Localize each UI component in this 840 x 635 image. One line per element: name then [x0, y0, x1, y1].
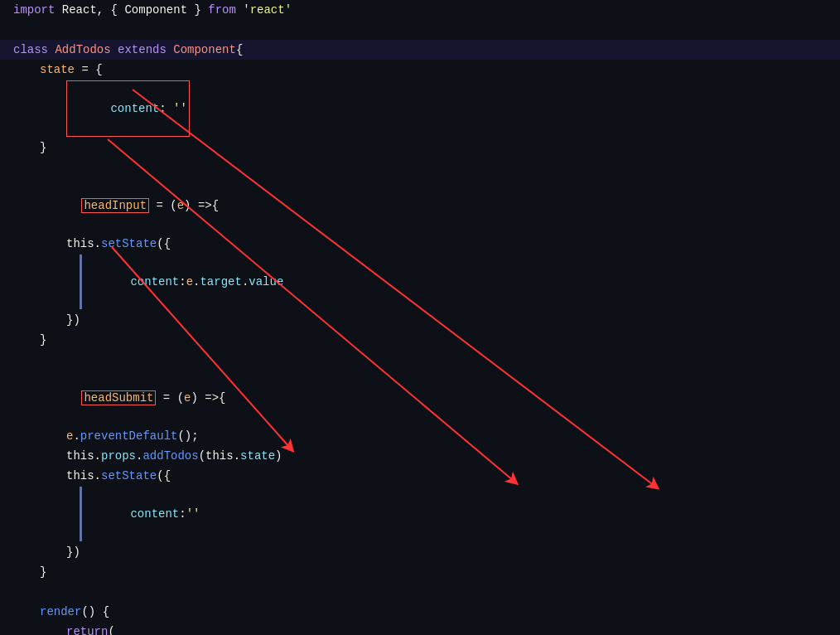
code-editor: import React, { Component } from 'react'… [0, 0, 840, 635]
line-2 [0, 20, 840, 40]
line-3: class AddTodos extends Component{ [0, 40, 840, 60]
content-highlight-box: content: '' [66, 80, 190, 137]
line-12: } [0, 330, 840, 350]
kw-class: class [13, 41, 55, 59]
component-name: Component [173, 41, 236, 59]
line-15: e.preventDefault(); [0, 426, 840, 446]
line-9: this.setState({ [0, 234, 840, 254]
line-7 [0, 158, 840, 177]
kw-import: import [13, 1, 62, 19]
line-6: } [0, 138, 840, 158]
line-19: }) [0, 542, 840, 562]
kw-state: state [40, 61, 81, 79]
kw-extends: extends [118, 41, 173, 59]
headInput-highlight-box: headInput [81, 198, 149, 213]
line-20: } [0, 562, 840, 582]
line-14: headSubmit = (e) =>{ [0, 370, 840, 426]
line-17: this.setState({ [0, 466, 840, 486]
line-13 [0, 350, 840, 370]
code-text: React, { Component } [62, 1, 208, 19]
line-16: this.props.addTodos(this.state) [0, 446, 840, 466]
kw-from: from [208, 1, 243, 19]
line-22: render() { [0, 602, 840, 622]
line-18: content:'' [0, 486, 840, 542]
equals: = { [81, 61, 102, 79]
string-react: 'react' [243, 1, 292, 19]
line-11: }) [0, 310, 840, 330]
brace-open: { [236, 41, 243, 59]
line-4: state = { [0, 60, 840, 80]
line-10: content:e.target.value [0, 254, 840, 310]
line-23: return( [0, 622, 840, 635]
line-5: content: '' [0, 80, 840, 138]
class-name: AddTodos [55, 41, 118, 59]
headSubmit-highlight-box: headSubmit [81, 390, 156, 405]
line-1: import React, { Component } from 'react' [0, 0, 840, 20]
line-21 [0, 582, 840, 602]
line-8: headInput = (e) =>{ [0, 177, 840, 234]
